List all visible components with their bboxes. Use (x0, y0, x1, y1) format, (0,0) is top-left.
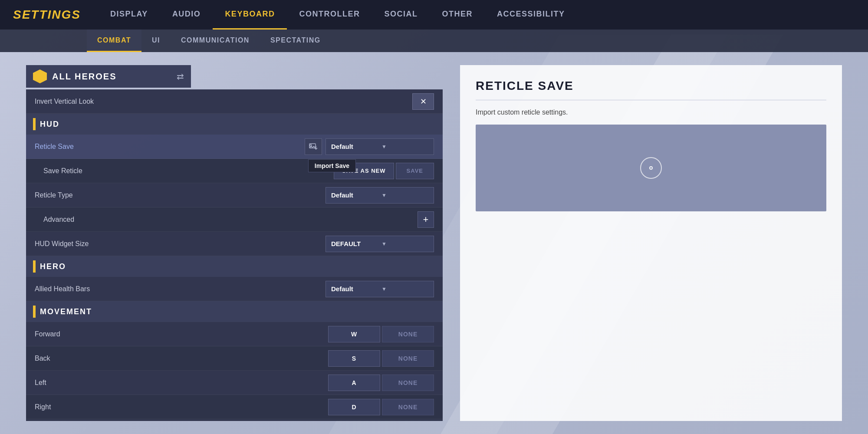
left-panel: ALL HEROES ⇄ Invert Vertical Look ✕ HUD … (26, 65, 443, 421)
sub-nav-item-spectating[interactable]: SPECTATING (260, 30, 331, 52)
top-navigation: SETTINGS DISPLAY AUDIO KEYBOARD CONTROLL… (0, 0, 868, 30)
main-content: ALL HEROES ⇄ Invert Vertical Look ✕ HUD … (0, 52, 868, 434)
hud-widget-size-value: DEFAULT (331, 240, 378, 247)
panel-description: Import custom reticle settings. (476, 107, 826, 118)
hud-widget-size-dropdown[interactable]: DEFAULT ▼ (326, 236, 434, 252)
back-key2[interactable]: NONE (382, 350, 434, 367)
right-key1[interactable]: D (328, 399, 380, 415)
nav-item-social[interactable]: SOCIAL (372, 0, 430, 30)
movement-section-bar (33, 306, 36, 318)
reticle-outer-circle (640, 157, 662, 179)
left-key2[interactable]: NONE (382, 375, 434, 391)
hero-section-header: HERO (26, 256, 443, 277)
reticle-type-value: Default (331, 191, 378, 199)
settings-list: Invert Vertical Look ✕ HUD Reticle Save (26, 89, 443, 421)
left-keys: A NONE (328, 375, 434, 391)
reticle-type-arrow: ▼ (381, 192, 428, 198)
left-key1[interactable]: A (328, 375, 380, 391)
movement-section-header: MOVEMENT (26, 301, 443, 322)
allied-health-bars-dropdown[interactable]: Default ▼ (326, 281, 434, 297)
sub-nav-item-combat[interactable]: COMBAT (87, 30, 141, 52)
back-row: Back S NONE (26, 346, 443, 371)
reticle-type-dropdown[interactable]: Default ▼ (326, 187, 434, 204)
swap-icon[interactable]: ⇄ (177, 71, 184, 82)
movement-section-title: MOVEMENT (40, 307, 92, 316)
nav-item-accessibility[interactable]: ACCESSIBILITY (485, 0, 577, 30)
reticle-save-label: Reticle Save (35, 143, 305, 151)
advanced-row: Advanced + (26, 207, 443, 232)
reticle-type-row: Reticle Type Default ▼ (26, 183, 443, 207)
right-label: Right (35, 403, 328, 411)
hero-section-bar (33, 260, 36, 273)
reticle-save-row: Reticle Save Default ▼ (26, 135, 443, 159)
hero-section-title: HERO (40, 262, 66, 271)
back-keys: S NONE (328, 350, 434, 367)
hud-widget-size-arrow: ▼ (381, 241, 428, 247)
reticle-save-arrow: ▼ (381, 144, 428, 150)
sub-nav-item-communication[interactable]: COMMUNICATION (171, 30, 260, 52)
advanced-expand-button[interactable]: + (418, 211, 434, 228)
reticle-preview (476, 125, 826, 211)
hero-icon (33, 69, 47, 83)
right-panel: RETICLE SAVE Import custom reticle setti… (460, 65, 842, 421)
hud-section-header: HUD (26, 114, 443, 135)
right-row: Right D NONE (26, 395, 443, 419)
advanced-label: Advanced (43, 216, 418, 224)
forward-label: Forward (35, 330, 328, 338)
allied-health-bars-value: Default (331, 285, 378, 293)
app-title: SETTINGS (13, 8, 81, 22)
reticle-type-label: Reticle Type (35, 191, 326, 199)
nav-items: DISPLAY AUDIO KEYBOARD CONTROLLER SOCIAL… (98, 0, 577, 30)
hud-section-title: HUD (40, 120, 59, 129)
nav-item-other[interactable]: OTHER (430, 0, 485, 30)
nav-item-audio[interactable]: AUDIO (160, 0, 213, 30)
panel-title: RETICLE SAVE (476, 79, 826, 100)
save-button[interactable]: SAVE (396, 163, 434, 179)
import-save-tooltip: Import Save (308, 159, 356, 172)
reticle-inner-circle (649, 166, 653, 170)
invert-close-button[interactable]: ✕ (412, 93, 434, 110)
invert-vertical-look-row: Invert Vertical Look ✕ (26, 89, 443, 114)
nav-item-controller[interactable]: CONTROLLER (287, 0, 372, 30)
reticle-save-dropdown[interactable]: Default ▼ (326, 138, 434, 155)
hud-widget-size-row: HUD Widget Size DEFAULT ▼ (26, 232, 443, 256)
sub-navigation: COMBAT UI COMMUNICATION SPECTATING (0, 30, 868, 52)
save-reticle-row: Save Reticle SAVE AS NEW SAVE (26, 159, 443, 183)
reticle-save-value: Default (331, 143, 378, 150)
nav-item-keyboard[interactable]: KEYBOARD (213, 0, 287, 30)
forward-key1[interactable]: W (328, 326, 380, 342)
left-label: Left (35, 379, 328, 387)
import-save-button[interactable] (305, 138, 322, 155)
hero-selector[interactable]: ALL HEROES ⇄ (26, 65, 191, 88)
allied-health-bars-row: Allied Health Bars Default ▼ (26, 277, 443, 301)
forward-row: Forward W NONE (26, 322, 443, 346)
save-reticle-label: Save Reticle (43, 167, 334, 175)
right-keys: D NONE (328, 399, 434, 415)
reticle-save-controls: Default ▼ (305, 138, 434, 155)
allied-health-bars-arrow: ▼ (381, 286, 428, 292)
nav-item-display[interactable]: DISPLAY (98, 0, 160, 30)
left-row: Left A NONE (26, 371, 443, 395)
forward-key2[interactable]: NONE (382, 326, 434, 342)
right-key2[interactable]: NONE (382, 399, 434, 415)
hero-name: ALL HEROES (52, 72, 171, 82)
back-label: Back (35, 355, 328, 362)
hud-section-bar (33, 118, 36, 130)
invert-vertical-look-label: Invert Vertical Look (35, 98, 412, 105)
hud-widget-size-label: HUD Widget Size (35, 240, 326, 248)
forward-keys: W NONE (328, 326, 434, 342)
sub-nav-item-ui[interactable]: UI (141, 30, 171, 52)
allied-health-bars-label: Allied Health Bars (35, 285, 326, 293)
back-key1[interactable]: S (328, 350, 380, 367)
